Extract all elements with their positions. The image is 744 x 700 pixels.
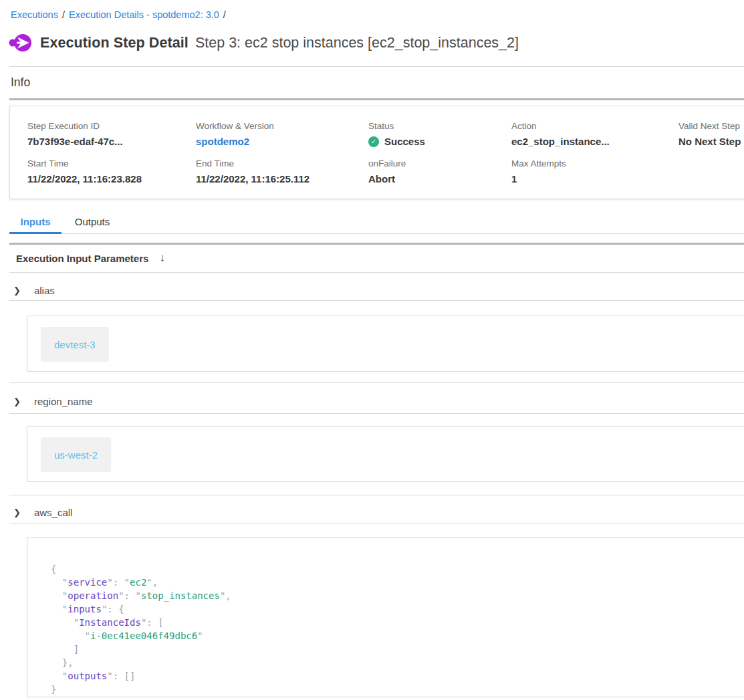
- title-divider: [9, 66, 744, 67]
- info-field-valid-next-step: Valid Next Step No Next Step: [678, 121, 744, 147]
- breadcrumb-link-executions[interactable]: Executions: [11, 9, 58, 20]
- breadcrumb-separator: /: [223, 9, 226, 20]
- params-header: Execution Input Parameters ↓: [16, 251, 165, 265]
- param-value-panel-region-name: us-west-2: [27, 426, 744, 482]
- param-name: alias: [34, 285, 55, 296]
- info-field-action: Action ec2_stop_instance...: [511, 121, 678, 147]
- info-divider: [9, 98, 744, 100]
- info-field-label: Max Attempts: [511, 158, 678, 168]
- info-field-label: onFailure: [368, 158, 511, 168]
- tab-inputs-label: Inputs: [21, 216, 51, 227]
- info-heading: Info: [11, 76, 30, 90]
- workflow-logo-icon: [9, 31, 31, 54]
- info-field-label: Valid Next Step: [678, 121, 744, 131]
- divider: [9, 523, 744, 524]
- params-header-label: Execution Input Parameters: [16, 253, 148, 264]
- tab-outputs-label: Outputs: [75, 216, 110, 227]
- info-field-max-attempts: Max Attempts 1: [511, 158, 678, 185]
- info-field-workflow-version: Workflow & Version spotdemo2: [196, 121, 368, 147]
- info-field-onfailure: onFailure Abort: [368, 158, 511, 185]
- param-row-alias[interactable]: ❯ alias: [9, 281, 744, 300]
- chevron-right-icon: ❯: [13, 396, 21, 406]
- divider: [9, 495, 744, 495]
- param-row-region-name[interactable]: ❯ region_name: [9, 392, 744, 411]
- chevron-right-icon: ❯: [13, 285, 21, 296]
- breadcrumb-link-execution-details[interactable]: Execution Details - spotdemo2: 3.0: [69, 9, 219, 20]
- chevron-right-icon: ❯: [13, 507, 21, 517]
- info-field-value: ec2_stop_instance...: [511, 136, 678, 147]
- info-field-value: No Next Step: [678, 136, 744, 147]
- section-divider: [9, 243, 744, 245]
- param-row-aws-call[interactable]: ❯ aws_call: [9, 503, 744, 521]
- json-code: { "service": "ec2", "operation": "stop_i…: [51, 562, 231, 696]
- info-field-label: Status: [368, 121, 511, 131]
- param-value-chip: us-west-2: [41, 437, 111, 472]
- check-circle-icon: ✓: [368, 136, 379, 147]
- info-field-start-time: Start Time 11/22/2022, 11:16:23.828: [27, 158, 196, 185]
- info-field-value: 1: [511, 173, 678, 185]
- divider: [9, 413, 744, 414]
- breadcrumb-separator: /: [62, 9, 65, 20]
- divider: [9, 272, 744, 273]
- info-field-label: Action: [511, 121, 678, 131]
- active-tab-indicator: [9, 232, 61, 234]
- info-field-value: 11/22/2022, 11:16:25.112: [196, 173, 368, 185]
- info-field-status: Status ✓ Success: [368, 121, 511, 147]
- info-field-end-time: End Time 11/22/2022, 11:16:25.112: [196, 158, 368, 185]
- breadcrumb: Executions/Execution Details - spotdemo2…: [11, 9, 230, 20]
- arrow-down-icon[interactable]: ↓: [159, 251, 165, 265]
- page-header: Execution Step Detail Step 3: ec2 stop i…: [9, 31, 519, 54]
- tab-bar: Inputs Outputs: [9, 211, 744, 234]
- param-value-panel-aws-call: { "service": "ec2", "operation": "stop_i…: [27, 537, 744, 697]
- status-badge: ✓ Success: [368, 136, 511, 147]
- page-title: Execution Step Detail: [40, 35, 189, 51]
- info-field-label: End Time: [196, 158, 368, 168]
- info-field-step-execution-id: Step Execution ID 7b73f93e-edaf-47c...: [27, 121, 196, 147]
- param-name: region_name: [34, 396, 93, 407]
- page-subtitle: Step 3: ec2 stop instances [ec2_stop_ins…: [195, 35, 519, 51]
- param-name: aws_call: [34, 507, 73, 518]
- info-field-value: 11/22/2022, 11:16:23.828: [27, 173, 196, 185]
- param-value-chip: devtest-3: [41, 327, 109, 362]
- status-text: Success: [384, 136, 425, 147]
- info-card: Step Execution ID 7b73f93e-edaf-47c... W…: [9, 106, 744, 199]
- param-value-panel-alias: devtest-3: [27, 316, 744, 372]
- tab-outputs[interactable]: Outputs: [61, 211, 123, 233]
- info-field-label: Start Time: [27, 158, 196, 168]
- divider: [9, 300, 744, 301]
- execution-step-detail-page: Executions/Execution Details - spotdemo2…: [0, 0, 744, 700]
- info-field-value: 7b73f93e-edaf-47c...: [27, 136, 196, 147]
- tab-inputs[interactable]: Inputs: [9, 211, 61, 233]
- workflow-version-link[interactable]: spotdemo2: [196, 136, 249, 147]
- divider: [9, 382, 744, 383]
- info-field-label: Workflow & Version: [196, 121, 368, 131]
- info-field-label: Step Execution ID: [27, 121, 196, 131]
- info-field-value: Abort: [368, 173, 511, 185]
